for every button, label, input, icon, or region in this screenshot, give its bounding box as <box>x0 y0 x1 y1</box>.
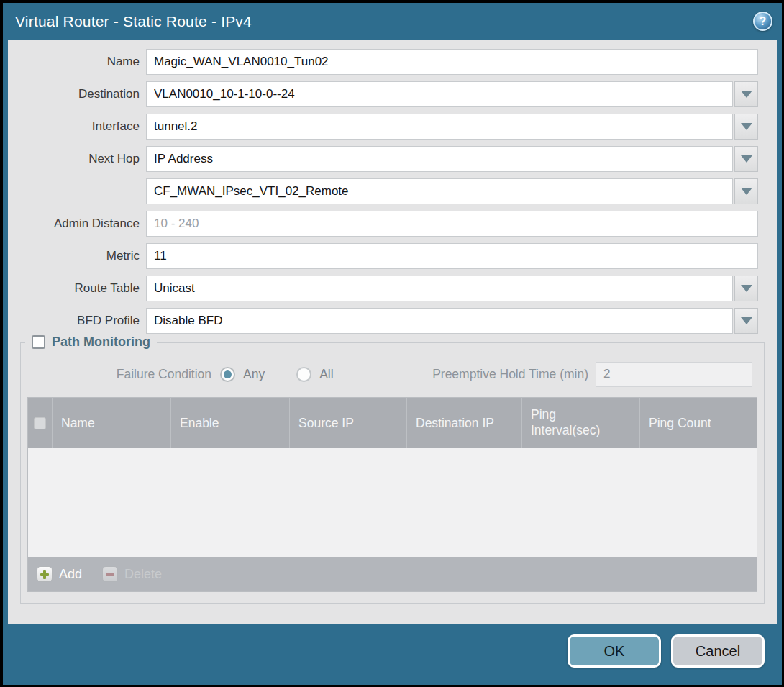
column-header-source-ip[interactable]: Source IP <box>290 398 407 448</box>
form-row-destination: Destination <box>8 81 777 107</box>
destination-input[interactable] <box>146 81 733 107</box>
chevron-down-icon <box>741 285 752 292</box>
select-all-checkbox[interactable] <box>34 417 46 429</box>
help-glyph: ? <box>760 15 767 28</box>
admin-distance-label: Admin Distance <box>8 217 146 231</box>
failure-condition-any-radio[interactable] <box>220 367 235 382</box>
table-header-row: Name Enable Source IP Destination IP Pin… <box>28 398 757 448</box>
ok-button[interactable]: OK <box>568 634 661 668</box>
name-input[interactable] <box>146 49 758 75</box>
column-header-ping-count[interactable]: Ping Count <box>640 398 757 448</box>
plus-icon <box>37 566 53 582</box>
dialog-title: Virtual Router - Static Route - IPv4 <box>15 13 753 30</box>
column-header-ping-interval[interactable]: Ping Interval(sec) <box>522 398 640 448</box>
path-monitoring-legend: Path Monitoring <box>25 335 157 350</box>
admin-distance-input[interactable] <box>146 211 758 237</box>
metric-input[interactable] <box>146 243 758 269</box>
next-hop-type-dropdown-button[interactable] <box>734 146 758 172</box>
path-monitoring-table: Name Enable Source IP Destination IP Pin… <box>27 397 757 592</box>
chevron-down-icon <box>741 155 752 163</box>
dialog-window: Virtual Router - Static Route - IPv4 ? N… <box>3 3 782 685</box>
metric-label: Metric <box>8 249 146 263</box>
destination-dropdown-button[interactable] <box>734 81 758 107</box>
dialog-content: Name Destination Interface <box>8 40 777 624</box>
route-table-input[interactable] <box>146 276 733 301</box>
column-header-name[interactable]: Name <box>53 398 171 448</box>
route-table-dropdown-button[interactable] <box>734 276 758 301</box>
delete-button[interactable]: Delete <box>102 566 162 582</box>
column-header-destination-ip[interactable]: Destination IP <box>407 398 522 448</box>
table-toolbar: Add Delete <box>28 557 757 591</box>
cancel-button[interactable]: Cancel <box>671 634 765 668</box>
chevron-down-icon <box>741 123 752 130</box>
bfd-profile-dropdown-button[interactable] <box>734 308 758 334</box>
failure-condition-all-radio[interactable] <box>296 367 311 382</box>
form-row-bfd-profile: BFD Profile <box>8 308 777 334</box>
path-monitoring-checkbox[interactable] <box>32 335 45 349</box>
form-row-interface: Interface <box>8 114 777 140</box>
failure-condition-label: Failure Condition <box>21 367 220 382</box>
next-hop-address-input[interactable] <box>146 178 733 204</box>
form-row-metric: Metric <box>8 243 777 269</box>
minus-icon <box>102 566 118 582</box>
path-monitoring-title: Path Monitoring <box>52 335 150 350</box>
add-button[interactable]: Add <box>37 566 82 582</box>
form-row-next-hop-address <box>8 178 777 204</box>
preemptive-hold-label: Preemptive Hold Time (min) <box>432 367 596 382</box>
delete-button-label: Delete <box>124 567 162 582</box>
bfd-profile-input[interactable] <box>146 308 733 334</box>
next-hop-label: Next Hop <box>8 152 146 166</box>
form-row-name: Name <box>8 49 777 75</box>
chevron-down-icon <box>741 317 752 324</box>
dialog-titlebar: Virtual Router - Static Route - IPv4 ? <box>3 3 782 40</box>
interface-dropdown-button[interactable] <box>734 114 758 140</box>
failure-condition-all-label: All <box>319 367 333 382</box>
path-monitoring-section: Path Monitoring Failure Condition Any Al… <box>20 342 765 604</box>
interface-input[interactable] <box>146 114 733 140</box>
add-button-label: Add <box>59 567 82 582</box>
preemptive-hold-input[interactable] <box>596 362 752 387</box>
form-row-route-table: Route Table <box>8 276 777 301</box>
next-hop-address-dropdown-button[interactable] <box>734 178 758 204</box>
interface-label: Interface <box>8 119 146 134</box>
failure-condition-radio-group: Any All <box>220 367 334 382</box>
form-row-admin-distance: Admin Distance <box>8 211 777 237</box>
select-all-column <box>28 398 53 448</box>
destination-label: Destination <box>8 87 146 101</box>
dialog-footer: OK Cancel <box>3 624 782 685</box>
table-body-empty <box>28 448 757 557</box>
failure-condition-row: Failure Condition Any All Preemptive Hol… <box>21 361 764 387</box>
chevron-down-icon <box>741 91 752 98</box>
preemptive-hold-group: Preemptive Hold Time (min) <box>432 361 752 387</box>
help-icon[interactable]: ? <box>753 12 772 31</box>
bfd-profile-label: BFD Profile <box>8 314 146 328</box>
column-header-enable[interactable]: Enable <box>171 398 290 448</box>
chevron-down-icon <box>741 188 752 195</box>
route-table-label: Route Table <box>8 281 146 296</box>
next-hop-type-input[interactable] <box>146 146 733 172</box>
failure-condition-any-label: Any <box>243 367 265 382</box>
name-label: Name <box>8 55 146 69</box>
form-row-next-hop: Next Hop <box>8 146 777 172</box>
